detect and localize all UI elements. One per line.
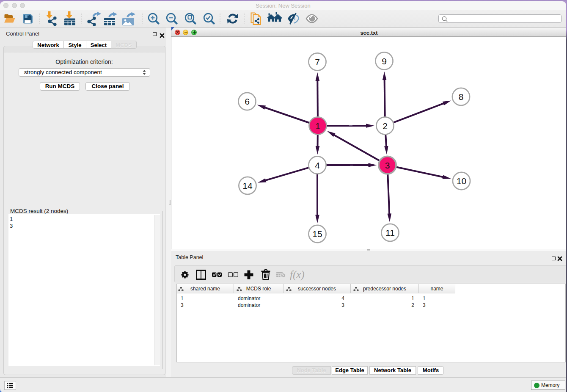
svg-text:1: 1 <box>315 121 320 131</box>
svg-text:4: 4 <box>315 160 320 170</box>
svg-text:14: 14 <box>242 181 253 190</box>
svg-text:f(x): f(x) <box>290 269 305 281</box>
svg-text:11: 11 <box>385 228 395 237</box>
svg-text:15: 15 <box>312 229 322 239</box>
svg-text:9: 9 <box>382 56 387 66</box>
svg-text:10: 10 <box>457 176 466 186</box>
svg-text:8: 8 <box>459 92 464 102</box>
svg-text:6: 6 <box>245 97 250 106</box>
svg-text:7: 7 <box>315 57 320 67</box>
svg-text:2: 2 <box>383 121 388 131</box>
svg-text:3: 3 <box>385 160 390 170</box>
